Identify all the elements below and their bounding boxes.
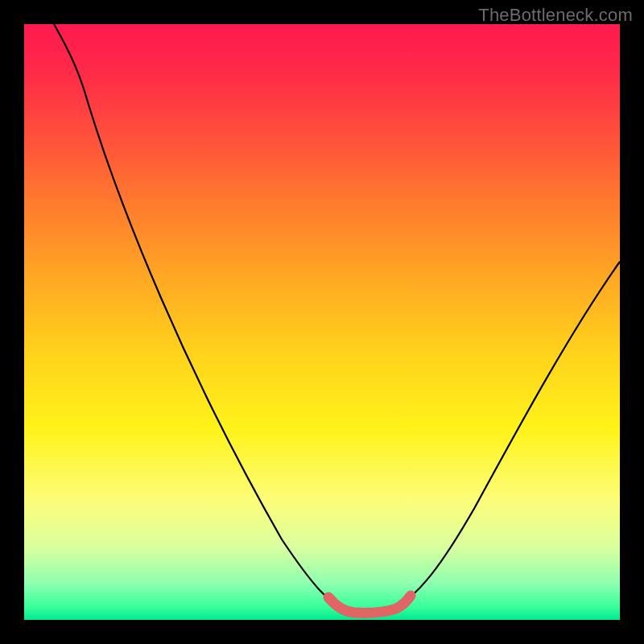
optimal-flat-region-path bbox=[328, 596, 411, 613]
bottleneck-curve-path bbox=[54, 24, 620, 611]
plot-area bbox=[24, 24, 620, 620]
chart-frame: TheBottleneck.com bbox=[0, 0, 644, 644]
bottleneck-curve-svg bbox=[24, 24, 620, 620]
watermark-text: TheBottleneck.com bbox=[478, 5, 633, 26]
